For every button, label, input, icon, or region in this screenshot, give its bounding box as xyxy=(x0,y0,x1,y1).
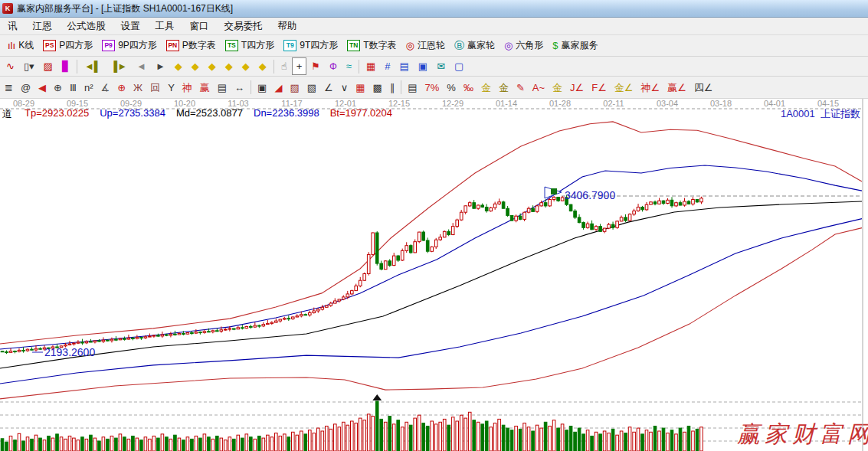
candle-body xyxy=(683,201,686,205)
tool-pen[interactable]: ✎ xyxy=(513,79,529,96)
tool-ruler-123[interactable]: ▤ xyxy=(214,79,231,96)
tool-step-forward[interactable]: ► xyxy=(151,57,170,75)
tool-gann-wheel[interactable]: ◎江恩轮 xyxy=(401,37,450,54)
tool-parallel-lines[interactable]: ∥ xyxy=(386,79,399,96)
menu-item-2[interactable]: 公式选股 xyxy=(60,18,113,34)
candle-body xyxy=(178,334,181,335)
tool-p-square[interactable]: PSP四方形 xyxy=(38,37,97,54)
tool-wave-tool[interactable]: ≈ xyxy=(342,57,356,75)
tool-compress-view[interactable]: ◆ xyxy=(221,57,237,75)
candle-body xyxy=(650,202,653,204)
title-bar[interactable]: K 赢家内部服务平台] - [上证指数 SH1A0001-167日K线] xyxy=(0,0,868,18)
tool-workstation[interactable]: ▢ xyxy=(450,57,468,75)
menu-item-7[interactable]: 帮助 xyxy=(270,18,305,34)
tool-winner-wheel[interactable]: Ⓑ赢家轮 xyxy=(450,37,500,54)
tool-megaphone[interactable]: ◀ xyxy=(34,79,50,96)
tool-calendar[interactable]: ▦ xyxy=(362,57,380,75)
tool-go-first[interactable]: ◄▌ xyxy=(80,57,106,75)
tool-shaded-fan[interactable]: ▨ xyxy=(286,79,303,96)
tool-angle-flag-tool[interactable]: ⚑ xyxy=(306,57,325,75)
tool-kline[interactable]: ılıK线 xyxy=(3,37,38,54)
tool-winner-service[interactable]: $赢家服务 xyxy=(548,37,602,54)
tool-gold-angle[interactable]: 金∠ xyxy=(611,79,637,96)
tool-pct-7[interactable]: 7% xyxy=(421,79,444,96)
tool-gold-underline[interactable]: 金 xyxy=(549,79,566,96)
tool-shen-tool[interactable]: 神 xyxy=(179,79,196,96)
volume-bar xyxy=(313,433,316,451)
volume-bar xyxy=(409,425,412,451)
tool-tick-wheel[interactable]: ⊕ xyxy=(50,79,66,96)
calculator-icon: # xyxy=(385,61,390,71)
tool-full-view[interactable]: ◆ xyxy=(254,57,271,75)
volume-bar xyxy=(485,421,488,451)
menu-item-6[interactable]: 交易委托 xyxy=(217,18,270,34)
tool-expand-view[interactable]: ◆ xyxy=(237,57,254,75)
menu-item-0[interactable]: 讯 xyxy=(0,18,25,34)
tool-gold-lines[interactable]: 金 xyxy=(495,79,513,96)
tool-a-wave[interactable]: A~ xyxy=(529,79,549,96)
menu-item-5[interactable]: 窗口 xyxy=(182,18,217,34)
tool-fork[interactable]: Y xyxy=(164,79,179,96)
tool-shen-angle[interactable]: 神∠ xyxy=(637,79,664,96)
tool-web[interactable]: Ж xyxy=(129,79,146,96)
tool-protractor[interactable]: ∡ xyxy=(97,79,114,96)
tool-pattern-tool[interactable]: ▨ xyxy=(39,57,57,75)
tool-gann-grid-tool[interactable]: Ф xyxy=(325,57,342,75)
candle-body xyxy=(287,319,290,319)
tool-t-square[interactable]: TST四方形 xyxy=(221,37,279,54)
menu-item-3[interactable]: 设置 xyxy=(113,18,148,34)
menu-item-4[interactable]: 工具 xyxy=(148,18,182,34)
tool-frame[interactable]: ▣ xyxy=(254,79,270,96)
menu-item-1[interactable]: 江恩 xyxy=(25,18,60,34)
tool-square-spiral[interactable]: 回 xyxy=(146,79,164,96)
tool-circle-cross[interactable]: ⊕ xyxy=(113,79,129,96)
tool-pct-lines[interactable]: ‰ xyxy=(460,79,477,96)
tool-square-rays[interactable]: ▧ xyxy=(303,79,320,96)
tool-report[interactable]: ▤ xyxy=(395,57,414,75)
tool-crosshair-tool[interactable]: + xyxy=(292,57,307,75)
tool-n-squared[interactable]: n² xyxy=(80,79,97,96)
tool-hexagon[interactable]: ◎六角形 xyxy=(500,37,548,54)
tool-9t-square[interactable]: T99T四方形 xyxy=(279,37,342,54)
tool-t-table[interactable]: TNT数字表 xyxy=(342,37,401,54)
tool-angle-lines[interactable]: ∠ xyxy=(320,79,337,96)
tool-color-chart[interactable]: ▊ xyxy=(57,57,74,75)
candle-body xyxy=(199,332,202,333)
tool-p-table[interactable]: PNP数字表 xyxy=(162,37,221,54)
tool-zoom-right[interactable]: ◆ xyxy=(187,57,204,75)
tool-pct[interactable]: % xyxy=(443,79,460,96)
kline-chart[interactable]: 3406.79002193.2600赢家财富网 xyxy=(0,99,868,451)
tool-v-lines[interactable]: ∨ xyxy=(337,79,352,96)
tool-e-ruler[interactable]: ▤ xyxy=(404,79,421,96)
tool-send[interactable]: ✉ xyxy=(432,57,450,75)
volume-bar xyxy=(641,434,644,451)
tool-step-back[interactable]: ◄ xyxy=(132,57,151,75)
tool-si-angle[interactable]: 四∠ xyxy=(690,79,717,96)
chart-area[interactable]: 08-2909-1509-2910-2011-0311-1712-0112-15… xyxy=(0,99,868,451)
candle-body xyxy=(1,351,4,352)
ruler-123-icon: ▤ xyxy=(218,83,227,93)
tool-candle-style[interactable]: ▯▾ xyxy=(19,57,39,75)
tool-hand-tool[interactable]: ☝ xyxy=(277,57,292,75)
tool-comb[interactable]: Ⅲ xyxy=(66,79,80,96)
tool-gold-circle[interactable]: 金 xyxy=(477,79,495,96)
tool-zoom-left[interactable]: ◆ xyxy=(170,57,187,75)
tool-go-last[interactable]: ▐► xyxy=(106,57,132,75)
volume-bar xyxy=(700,427,703,451)
tool-measure[interactable]: ↔ xyxy=(231,79,248,96)
tool-trend-tool[interactable]: ∿ xyxy=(2,57,19,75)
tool-ying-angle[interactable]: 赢∠ xyxy=(663,79,690,96)
tool-f-angle[interactable]: F∠ xyxy=(588,79,611,96)
tool-save[interactable]: ▣ xyxy=(414,57,432,75)
tool-j-angle[interactable]: J∠ xyxy=(566,79,588,96)
tool-ying-tool[interactable]: 赢 xyxy=(196,79,214,96)
tool-9p-square[interactable]: P99P四方形 xyxy=(97,37,162,54)
tool-spiral[interactable]: @ xyxy=(17,79,34,96)
volume-bar xyxy=(502,425,505,451)
tool-zoom-horizontal[interactable]: ◆ xyxy=(204,57,221,75)
tool-grid-arrow[interactable]: ▩ xyxy=(368,79,385,96)
tool-red-grid[interactable]: ▦ xyxy=(352,79,368,96)
tool-ruler-part[interactable]: ≣ xyxy=(1,79,17,96)
tool-ray-fan[interactable]: ◢ xyxy=(270,79,286,96)
tool-calculator[interactable]: # xyxy=(380,57,395,75)
